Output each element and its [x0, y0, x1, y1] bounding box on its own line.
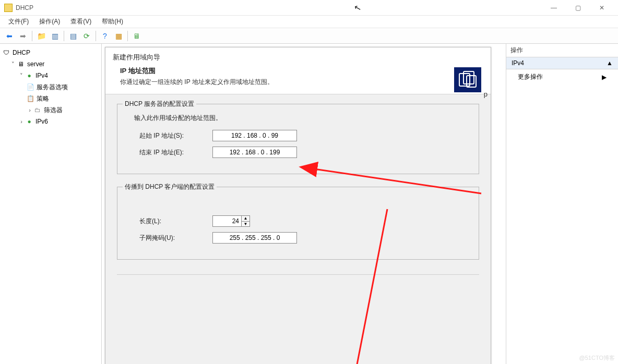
app-icon [4, 4, 13, 12]
length-value: 24 [232, 217, 239, 225]
tree-filter-label: 筛选器 [44, 106, 63, 115]
wizard-dialog: 新建作用域向导 IP 地址范围 你通过确定一组连续的 IP 地址来定义作用域地址… [105, 47, 491, 364]
tree-server-label: server [27, 60, 44, 68]
tree-ipv6[interactable]: › ● IPv6 [0, 116, 101, 127]
group1-legend: DHCP 服务器的配置设置 [123, 100, 196, 108]
forward-icon[interactable]: ➡ [17, 30, 29, 42]
corner-letter: p [484, 90, 488, 98]
watermark: @51CTO博客 [579, 354, 615, 362]
end-ip-input[interactable]: 192 . 168 . 0 . 199 [212, 147, 297, 158]
ipv6-icon: ● [25, 117, 33, 126]
tree-root[interactable]: 🛡 DHCP [0, 47, 101, 58]
tree-policy-label: 策略 [37, 94, 49, 103]
tree-server-options-label: 服务器选项 [37, 83, 68, 92]
window-title: DHCP [16, 4, 542, 11]
length-label: 长度(L): [139, 217, 212, 226]
actions-selected-row[interactable]: IPv4 ▲ [506, 57, 618, 69]
wizard-body: DHCP 服务器的配置设置 输入此作用域分配的地址范围。 起始 IP 地址(S)… [105, 94, 491, 284]
wizard-title: 新建作用域向导 [113, 53, 483, 62]
end-ip-label: 结束 IP 地址(E): [139, 148, 212, 157]
start-ip-label: 起始 IP 地址(S): [139, 131, 212, 140]
show-hide-icon[interactable]: ▥ [49, 30, 61, 42]
menu-help[interactable]: 帮助(H) [97, 16, 128, 27]
chevron-right-icon: ▶ [602, 74, 607, 81]
minimize-button[interactable]: — [542, 0, 566, 16]
toolbar-separator [127, 31, 128, 41]
wizard-banner-icon [454, 67, 481, 92]
footer-divider [117, 274, 479, 275]
mask-input[interactable]: 255 . 255 . 255 . 0 [212, 232, 297, 244]
wizard-subtitle: IP 地址范围 [120, 66, 483, 76]
server-icon: 🖥 [17, 60, 25, 68]
collapse-icon[interactable]: ▲ [607, 59, 613, 67]
toolbar-separator [64, 31, 64, 41]
group-dhcp-server-settings: DHCP 服务器的配置设置 输入此作用域分配的地址范围。 起始 IP 地址(S)… [117, 104, 479, 174]
content-area: 新建作用域向导 IP 地址范围 你通过确定一组连续的 IP 地址来定义作用域地址… [102, 44, 506, 364]
actions-header: 操作 [506, 44, 618, 57]
tree-ipv6-label: IPv6 [35, 118, 48, 125]
chevron-down-icon[interactable]: ˅ [18, 72, 25, 79]
chevron-right-icon[interactable]: › [26, 107, 33, 113]
tree-ipv4[interactable]: ˅ ● IPv4 [0, 70, 101, 81]
options-icon: 📄 [26, 83, 34, 91]
toolbar: ⬅ ➡ 📁 ▥ ▤ ⟳ ? ▦ 🖥 [0, 28, 618, 44]
group-dhcp-client-settings: 传播到 DHCP 客户端的配置设置 长度(L): 24 ▲ ▼ 子网掩码(U):… [117, 187, 479, 260]
chevron-down-icon[interactable]: ˅ [9, 61, 17, 68]
filter-icon: 🗀 [33, 106, 42, 114]
tree-root-label: DHCP [13, 49, 30, 56]
tree-policy[interactable]: 📋 策略 [0, 93, 101, 104]
policy-icon: 📋 [26, 94, 34, 103]
refresh-icon[interactable]: ⟳ [80, 30, 93, 42]
chevron-right-icon[interactable]: › [18, 118, 25, 125]
start-ip-input[interactable]: 192 . 168 . 0 . 99 [212, 130, 297, 141]
actions-more[interactable]: 更多操作 ▶ [506, 69, 618, 84]
tree-filter[interactable]: › 🗀 筛选器 [0, 104, 101, 116]
help-icon[interactable]: ? [99, 30, 111, 42]
toolbar-separator [32, 31, 32, 41]
spinner-down-icon[interactable]: ▼ [242, 222, 249, 227]
tool-icon-2[interactable]: 🖥 [130, 30, 143, 42]
group2-legend: 传播到 DHCP 客户端的配置设置 [123, 183, 217, 191]
titlebar: DHCP — ▢ ✕ [0, 0, 618, 16]
dhcp-icon: 🛡 [2, 48, 10, 57]
tree-panel: 🛡 DHCP ˅ 🖥 server ˅ ● IPv4 📄 服务器选项 📋 策略 … [0, 44, 102, 364]
mask-label: 子网掩码(U): [139, 234, 212, 242]
svg-rect-2 [467, 76, 476, 87]
menubar: 文件(F) 操作(A) 查看(V) 帮助(H) [0, 16, 618, 28]
back-icon[interactable]: ⬅ [3, 30, 16, 42]
toolbar-separator [96, 31, 96, 41]
wizard-header: 新建作用域向导 IP 地址范围 你通过确定一组连续的 IP 地址来定义作用域地址… [105, 47, 491, 94]
tree-server-options[interactable]: 📄 服务器选项 [0, 81, 101, 93]
menu-view[interactable]: 查看(V) [65, 16, 97, 27]
tool-icon-1[interactable]: ▦ [112, 30, 125, 42]
actions-more-label: 更多操作 [518, 72, 543, 81]
wizard-subdesc: 你通过确定一组连续的 IP 地址来定义作用域地址范围。 [120, 78, 483, 87]
end-ip-value: 192 . 168 . 0 . 199 [230, 149, 280, 156]
length-input[interactable]: 24 [212, 215, 242, 227]
length-spinner[interactable]: ▲ ▼ [242, 215, 250, 227]
spinner-up-icon[interactable]: ▲ [242, 216, 249, 222]
tree-ipv4-label: IPv4 [35, 72, 48, 79]
close-button[interactable]: ✕ [590, 0, 614, 16]
actions-selected-label: IPv4 [512, 59, 524, 67]
tree-server[interactable]: ˅ 🖥 server [0, 58, 101, 70]
actions-panel: 操作 IPv4 ▲ 更多操作 ▶ [506, 44, 618, 364]
group1-desc: 输入此作用域分配的地址范围。 [134, 114, 469, 123]
menu-file[interactable]: 文件(F) [3, 16, 34, 27]
up-icon[interactable]: 📁 [35, 30, 47, 42]
mask-value: 255 . 255 . 255 . 0 [230, 234, 280, 241]
start-ip-value: 192 . 168 . 0 . 99 [231, 132, 278, 139]
maximize-button[interactable]: ▢ [566, 0, 590, 16]
menu-action[interactable]: 操作(A) [34, 16, 65, 27]
ipv4-icon: ● [25, 71, 33, 80]
properties-icon[interactable]: ▤ [67, 30, 79, 42]
